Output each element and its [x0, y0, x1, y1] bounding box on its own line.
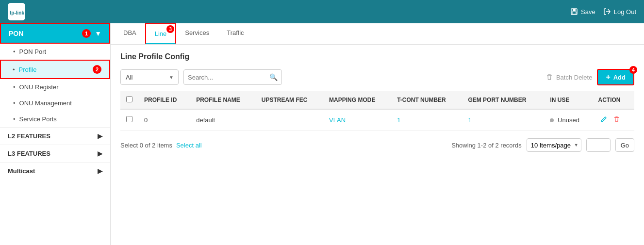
col-mapping-mode: MAPPING MODE [323, 91, 391, 109]
cell-upstream-fec [256, 109, 323, 131]
logout-label: Log Out [614, 8, 636, 16]
logout-icon [603, 8, 611, 16]
sidebar-item-pon-port[interactable]: PON Port [0, 44, 110, 60]
add-label: Add [613, 74, 626, 81]
table-footer: Select 0 of 2 items Select all Showing 1… [120, 138, 634, 152]
navbar: tp-link Save Log Out [0, 0, 644, 23]
sidebar-pon-label: PON [9, 30, 23, 37]
col-in-use: IN USE [544, 91, 592, 109]
sidebar-item-profile[interactable]: Profile 2 [0, 60, 110, 79]
sidebar-service-ports-label: Service Ports [19, 115, 57, 123]
data-table: PROFILE ID PROFILE NAME UPSTREAM FEC MAP… [120, 91, 634, 131]
pon-chevron-icon: ▼ [95, 30, 101, 37]
search-icon: 🔍 [269, 73, 278, 81]
l3-chevron-icon: ▶ [98, 150, 102, 157]
svg-text:tp-link: tp-link [10, 10, 24, 16]
save-icon [570, 8, 578, 16]
sidebar-item-onu-management[interactable]: ONU Management [0, 95, 110, 111]
showing-text: Showing 1-2 of 2 records [451, 142, 522, 149]
sidebar: PON 1 ▼ PON Port Profile 2 ONU Register … [0, 23, 111, 245]
col-profile-id: PROFILE ID [138, 91, 190, 109]
toolbar-right: Batch Delete + Add 4 [545, 69, 634, 85]
logout-button[interactable]: Log Out [603, 8, 636, 16]
sidebar-onu-management-label: ONU Management [19, 99, 72, 107]
tab-line[interactable]: Line 3 [145, 23, 177, 44]
add-icon: + [606, 73, 610, 82]
col-action: ACTION [593, 91, 634, 109]
toolbar-left: All 🔍 [120, 69, 282, 85]
add-badge: 4 [629, 66, 637, 74]
sidebar-item-service-ports[interactable]: Service Ports [0, 111, 110, 127]
select-count: Select 0 of 2 items [120, 142, 172, 149]
col-upstream-fec: UPSTREAM FEC [256, 91, 323, 109]
tab-services[interactable]: Services [176, 23, 218, 44]
edit-icon [600, 115, 608, 123]
footer-left: Select 0 of 2 items Select all [120, 142, 202, 149]
logo: tp-link [8, 3, 25, 20]
save-button[interactable]: Save [570, 8, 595, 16]
sidebar-item-l3-features[interactable]: L3 FEATURES ▶ [0, 145, 110, 162]
cell-profile-id: 0 [138, 109, 190, 131]
tp-link-logo: tp-link [8, 3, 25, 20]
row-checkbox [120, 109, 138, 131]
save-label: Save [581, 8, 595, 16]
batch-delete-button[interactable]: Batch Delete [545, 73, 592, 81]
svg-rect-3 [573, 9, 576, 11]
table-row: 0 default VLAN 1 [120, 109, 634, 131]
sidebar-onu-register-label: ONU Register [19, 83, 59, 91]
line-tab-badge: 3 [166, 25, 174, 33]
l2-chevron-icon: ▶ [98, 132, 102, 140]
page-go-input[interactable] [586, 138, 611, 152]
select-all-link[interactable]: Select all [176, 142, 202, 149]
content-area: Line Profile Config All 🔍 Batch Delete [111, 45, 644, 245]
cell-mapping-mode: VLAN [323, 109, 391, 131]
filter-wrapper: All [120, 69, 179, 85]
tab-dba[interactable]: DBA [115, 23, 145, 44]
col-profile-name: PROFILE NAME [190, 91, 256, 109]
row-select-checkbox[interactable] [126, 116, 132, 122]
tabs-bar: DBA Line 3 Services Traffic [111, 23, 644, 45]
pon-badge: 1 [82, 29, 91, 38]
status-dot [550, 118, 554, 122]
l2-features-label: L2 FEATURES [8, 132, 50, 140]
sidebar-pon-port-label: PON Port [19, 48, 47, 55]
cell-gem-port-number: 1 [462, 109, 544, 131]
items-per-page-wrapper: 10 Items/page20 Items/page50 Items/page [527, 138, 581, 152]
trash-icon [545, 73, 553, 81]
sidebar-item-onu-register[interactable]: ONU Register [0, 79, 110, 95]
sidebar-item-pon[interactable]: PON 1 ▼ [0, 23, 110, 44]
sidebar-item-l2-features[interactable]: L2 FEATURES ▶ [0, 127, 110, 145]
col-gem-port-number: GEM PORT NUMBER [462, 91, 544, 109]
delete-button[interactable] [611, 114, 622, 125]
l3-features-label: L3 FEATURES [8, 150, 50, 157]
table-body: 0 default VLAN 1 [120, 109, 634, 131]
items-per-page-select[interactable]: 10 Items/page20 Items/page50 Items/page [527, 138, 581, 152]
search-box: 🔍 [183, 69, 282, 85]
table-header-row: PROFILE ID PROFILE NAME UPSTREAM FEC MAP… [120, 91, 634, 109]
col-t-cont-number: T-CONT NUMBER [391, 91, 462, 109]
delete-icon [613, 115, 620, 123]
page-title: Line Profile Config [120, 52, 634, 61]
search-input[interactable] [188, 74, 269, 81]
go-button[interactable]: Go [615, 138, 634, 152]
cell-profile-name: default [190, 109, 256, 131]
toolbar: All 🔍 Batch Delete + Add 4 [120, 69, 634, 85]
sidebar-item-multicast[interactable]: Multicast ▶ [0, 162, 110, 180]
checkbox-header [120, 91, 138, 109]
select-all-checkbox[interactable] [126, 96, 132, 102]
multicast-chevron-icon: ▶ [98, 167, 102, 175]
svg-rect-4 [572, 12, 576, 14]
footer-right: Showing 1-2 of 2 records 10 Items/page20… [451, 138, 634, 152]
add-button[interactable]: + Add 4 [597, 69, 634, 85]
cell-action [593, 109, 634, 131]
multicast-label: Multicast [8, 167, 35, 175]
profile-badge: 2 [93, 65, 101, 74]
sidebar-profile-label: Profile [19, 66, 37, 73]
filter-dropdown[interactable]: All [120, 69, 179, 85]
cell-t-cont-number: 1 [391, 109, 462, 131]
layout: PON 1 ▼ PON Port Profile 2 ONU Register … [0, 23, 644, 245]
tab-traffic[interactable]: Traffic [218, 23, 252, 44]
main-content: DBA Line 3 Services Traffic Line Profile… [111, 23, 644, 245]
batch-delete-label: Batch Delete [556, 74, 592, 81]
edit-button[interactable] [598, 114, 610, 125]
